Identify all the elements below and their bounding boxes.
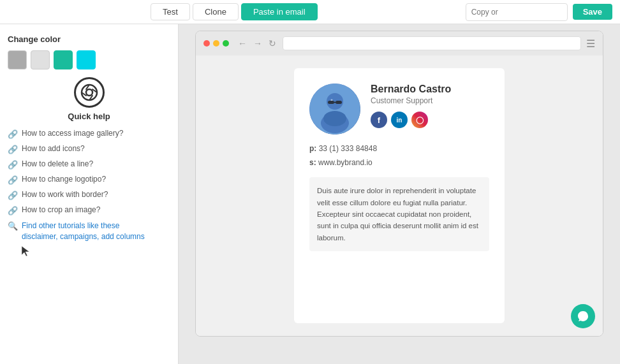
- color-section: Change color: [8, 34, 170, 69]
- help-links: 🔗 How to access image gallery? 🔗 How to …: [8, 129, 170, 260]
- toolbar-right: Save: [466, 3, 612, 21]
- link-icon-border: 🔗: [8, 191, 18, 200]
- copy-input[interactable]: [466, 3, 568, 21]
- svg-point-0: [82, 85, 97, 100]
- browser-nav: ← → ↻: [237, 38, 277, 48]
- link-icon-gallery: 🔗: [8, 129, 18, 139]
- browser-address-bar[interactable]: [283, 36, 581, 50]
- quick-help-title: Quick help: [68, 112, 110, 121]
- browser-dot-yellow[interactable]: [213, 40, 219, 47]
- browser-dots: [203, 40, 229, 47]
- browser-dot-green[interactable]: [223, 40, 229, 47]
- social-facebook-icon[interactable]: f: [371, 112, 387, 128]
- social-linkedin-icon[interactable]: in: [391, 112, 408, 128]
- tab-test[interactable]: Test: [151, 3, 190, 20]
- sig-name: Bernardo Castro: [371, 84, 489, 95]
- svg-point-9: [323, 111, 346, 126]
- browser-content: Bernardo Castro Customer Support f in ◯: [196, 55, 603, 336]
- swatch-gray[interactable]: [8, 50, 27, 69]
- swatch-light-gray[interactable]: [31, 50, 50, 69]
- browser-forward-button[interactable]: →: [252, 38, 263, 48]
- sig-socials: f in ◯: [371, 112, 489, 128]
- link-icon-logotipo: 🔗: [8, 175, 18, 185]
- help-link-border[interactable]: 🔗 How to work with border?: [8, 190, 170, 200]
- search-icon: 🔍: [8, 221, 18, 231]
- main-content: Change color Quick help: [0, 24, 620, 364]
- chat-bubble-button[interactable]: [571, 304, 595, 328]
- sig-info: Bernardo Castro Customer Support f in ◯: [371, 84, 489, 128]
- svg-rect-11: [328, 101, 334, 104]
- quick-help-section: Quick help: [8, 77, 170, 121]
- cursor-indicator: [20, 245, 170, 260]
- help-link-icons[interactable]: 🔗 How to add icons?: [8, 144, 170, 154]
- link-icon-delete-line: 🔗: [8, 160, 18, 170]
- tab-clone[interactable]: Clone: [193, 3, 239, 20]
- help-link-logotipo[interactable]: 🔗 How to change logotipo?: [8, 175, 170, 185]
- link-icon-icons: 🔗: [8, 145, 18, 154]
- svg-point-1: [86, 89, 92, 96]
- browser-header: ← → ↻ ☰: [196, 31, 603, 55]
- sig-bio: Duis aute irure dolor in reprehenderit i…: [309, 177, 489, 251]
- sig-contact: p: 33 (1) 333 84848 s: www.bybrand.io: [309, 142, 489, 170]
- browser-menu-icon[interactable]: ☰: [586, 38, 595, 50]
- help-link-crop[interactable]: 🔗 How to crop an image?: [8, 205, 170, 215]
- save-button[interactable]: Save: [573, 4, 612, 20]
- link-icon-crop: 🔗: [8, 206, 18, 215]
- swatch-cyan[interactable]: [77, 50, 96, 69]
- find-tutorials-link[interactable]: 🔍 Find other tutorials like these discla…: [8, 221, 170, 242]
- toolbar-tabs: Test Clone Paste in email: [8, 3, 461, 20]
- color-swatches: [8, 50, 170, 69]
- sig-phone: p: 33 (1) 333 84848: [309, 142, 489, 156]
- toolbar: Test Clone Paste in email Save: [0, 0, 620, 24]
- avatar: [309, 84, 360, 135]
- sig-top: Bernardo Castro Customer Support f in ◯: [309, 84, 489, 135]
- preview-area: ← → ↻ ☰: [179, 24, 620, 364]
- help-icon: [74, 77, 105, 108]
- browser-refresh-button[interactable]: ↻: [267, 38, 277, 48]
- swatch-teal[interactable]: [54, 50, 73, 69]
- browser-back-button[interactable]: ←: [237, 38, 248, 48]
- tab-paste-in-email[interactable]: Paste in email: [241, 3, 318, 20]
- sidebar: Change color Quick help: [0, 24, 179, 364]
- help-link-gallery[interactable]: 🔗 How to access image gallery?: [8, 129, 170, 139]
- sig-title: Customer Support: [371, 96, 489, 105]
- svg-rect-12: [336, 101, 342, 104]
- social-instagram-icon[interactable]: ◯: [411, 112, 428, 128]
- color-section-title: Change color: [8, 34, 170, 44]
- email-signature-card: Bernardo Castro Customer Support f in ◯: [294, 68, 505, 323]
- find-tutorials-label: Find other tutorials like these: [22, 221, 145, 231]
- find-tutorials-sublabel: disclaimer, campaigns, add columns: [22, 231, 145, 242]
- help-link-delete-line[interactable]: 🔗 How to delete a line?: [8, 159, 170, 170]
- sig-website: s: www.bybrand.io: [309, 156, 489, 170]
- browser-window: ← → ↻ ☰: [195, 31, 603, 337]
- browser-dot-red[interactable]: [203, 40, 210, 47]
